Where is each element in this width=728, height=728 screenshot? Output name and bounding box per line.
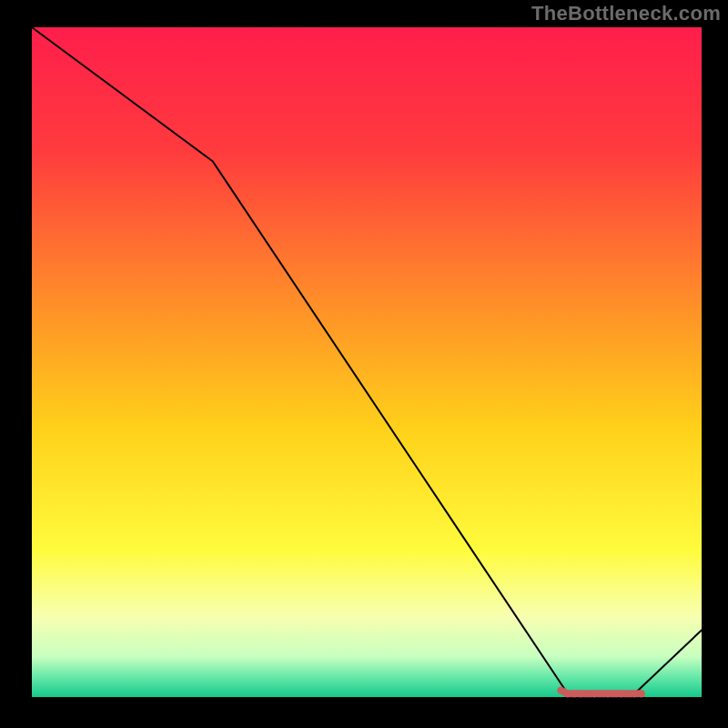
marker-dot [557,686,564,693]
marker-dot [638,690,645,697]
marker-dot [571,690,578,697]
plot-area [32,27,702,698]
marker-dot [631,690,638,697]
marker-dot [604,690,612,697]
plot-background [32,27,702,697]
marker-dot [591,690,598,697]
chart-stage: TheBottleneck.com [0,0,728,728]
marker-dot [577,690,584,697]
marker-dot [564,690,571,697]
marker-dot [617,690,624,697]
chart-svg [0,0,728,728]
